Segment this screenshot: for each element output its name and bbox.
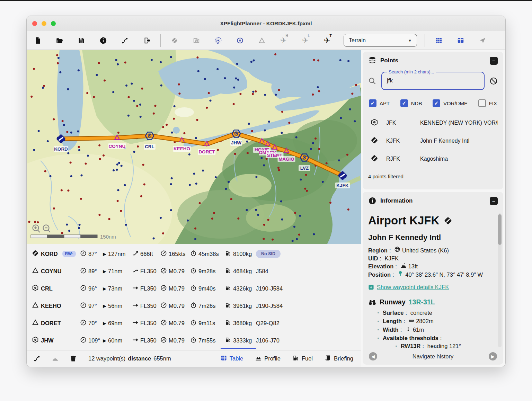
terrain-select-value: Terrain [349,37,366,44]
caret-right-icon: ▶ [103,303,106,309]
filter-vor-dme[interactable]: ✓VOR/DME [433,99,468,107]
waypoint-label: KEEHO [173,146,191,152]
info-scrollbar-thumb[interactable] [498,214,502,245]
profile-icon [255,355,262,363]
clear-search-icon[interactable] [489,77,498,85]
sidebar: Points − Search (min 2 chars)... jfk ✓AP… [361,50,505,367]
split-view-button[interactable] [456,36,465,45]
info-scrollbar[interactable] [498,213,502,347]
level-icon [132,285,139,293]
tab-profile[interactable]: Profile [255,355,281,363]
waypoint-name-cell: CRL [32,284,80,293]
filter-ndb[interactable]: ✓NDB [400,99,422,107]
airport-name: John F Kennedy Intl [368,233,498,242]
no-sid-badge[interactable]: No SID [256,250,281,258]
runway-detail: Width: 61m [383,326,498,333]
fix-icon [32,267,39,276]
caret-right-icon: ▶ [103,321,106,326]
fuel-icon [225,337,231,345]
airport-heading: Airport KJFK [368,214,498,227]
save-button[interactable] [77,36,86,45]
layer-low-airways-icon[interactable]: ✈L [301,36,310,45]
window-title: XPFlightPlanner - KORDKJFK.fpxml [27,20,505,27]
checkbox-icon[interactable]: ✓ [369,99,376,107]
layer-high-airways-icon[interactable]: ✈H [280,36,288,45]
open-file-button[interactable] [55,36,64,45]
layer-ndb-icon[interactable] [214,36,222,45]
ruler-icon [408,318,414,325]
filter-apt[interactable]: ✓APT [369,99,390,107]
checkbox-icon[interactable] [478,99,486,107]
distance-label: distance [128,355,151,362]
heading-cell: 87° [80,250,103,258]
result-row[interactable]: JFKKENNEDY (NEW YORK) VOR/DM [368,114,498,132]
route-icon[interactable] [33,355,41,363]
main-column: KORDCOYNUCRLKEEHODORETJHWHOXIEDMACKSTENT… [27,50,361,367]
table-row[interactable]: JHW109°▶60nmFL350M0.797m55s3333kgJ106-J7… [27,332,361,349]
file-info-button[interactable] [99,36,107,45]
map-canvas[interactable]: KORDCOYNUCRLKEEHODORETJHWHOXIEDMACKSTENT… [27,50,361,244]
table-row[interactable]: DORET70°▶69nmFL350M0.799m11s3680kgQ29-Q8… [27,314,361,332]
runway-link[interactable]: 13R-31L [409,298,435,306]
history-forward-button[interactable]: ▶ [489,352,497,360]
tab-fuel[interactable]: Fuel [292,355,313,363]
compass-icon [80,319,87,327]
search-input[interactable]: Search (min 2 chars)... jfk [381,72,485,90]
layer-airports-icon[interactable] [170,36,179,45]
app-window: XPFlightPlanner - KORDKJFK.fpxml ✈H✈L✈T … [26,16,506,367]
terrain-select[interactable]: Terrain ▼ [344,34,417,47]
tab-table[interactable]: Table [220,355,243,363]
locate-button[interactable] [478,36,487,45]
speed-cell: M0.79 [160,337,190,345]
toolbar-separator [160,34,161,47]
airway-cell: J106-J70 [256,337,361,344]
airport-icon [368,154,379,164]
layer-heliports-icon[interactable] [192,36,201,45]
result-row[interactable]: RJFKKagoshima [368,150,498,168]
fuel-icon [225,267,231,275]
table-horizontal-scrollbar[interactable] [221,348,256,349]
search-input-label: Search (min 2 chars)... [387,69,436,74]
tab-briefing[interactable]: Briefing [325,355,353,363]
waypoint-table: KORDRW-87°▶127nm666ft165kts45m38s8100kgN… [27,244,361,350]
collapse-points-button[interactable]: − [490,57,498,65]
show-waypoint-details-link[interactable]: Show waypoint details KJFK [368,284,498,291]
runway-badge[interactable]: RW- [62,251,76,257]
runway-detail: Surface: concrete [383,310,498,316]
field-elevation: Elevation: 13ft [368,262,498,271]
table-view-button[interactable] [435,36,443,45]
stopwatch-icon [190,319,197,327]
result-row[interactable]: KJFKJohn F Kennedy Intl [368,132,498,150]
waypoint-label: KORD [54,146,68,152]
history-back-button[interactable]: ◀ [369,352,377,360]
waypoint-name-cell: COYNU [32,267,80,276]
elevation-profile-icon[interactable] [51,355,59,363]
layer-aircraft-icon[interactable]: ✈T [323,36,331,45]
checkbox-icon[interactable]: ✓ [400,99,408,107]
filter-fix[interactable]: FIX [478,99,497,107]
distance-cell: ▶71nm [103,268,132,275]
layer-vor-icon[interactable] [236,36,244,45]
layer-fix-icon[interactable] [258,36,266,45]
table-row[interactable]: COYNU89°▶71nmFL350M0.799m28s4684kgJ584 [27,262,361,280]
collapse-info-button[interactable]: − [490,197,498,205]
information-panel: Information − Airport KJFK John F Kenned… [363,192,503,365]
table-row[interactable]: CRL96°▶73nmFL350M0.799m40s4326kgJ190-J58… [27,280,361,297]
altitude-cell: FL350 [132,337,160,345]
airway-cell: No SID [256,250,361,258]
delete-route-button[interactable] [69,355,77,363]
chevron-down-icon: ▼ [408,38,412,43]
export-button[interactable] [143,36,151,45]
route-button[interactable] [121,36,129,45]
checkbox-icon[interactable]: ✓ [433,99,440,107]
stopwatch-icon [190,337,197,345]
new-file-button[interactable] [34,36,42,45]
time-cell: 7m26s [190,302,225,310]
navigate-history-label: Navigate history [377,353,489,360]
level-icon [132,337,139,345]
table-row[interactable]: KORDRW-87°▶127nm666ft165kts45m38s8100kgN… [27,245,361,262]
toolbar-layers-group: ✈H✈L✈T [163,36,338,45]
fuel-cell: 4684kg [225,267,256,275]
svg-text:COYNU: COYNU [109,144,126,149]
table-row[interactable]: KEEHO97°▶56nmFL350M0.797m26s3961kgJ190-J… [27,297,361,314]
